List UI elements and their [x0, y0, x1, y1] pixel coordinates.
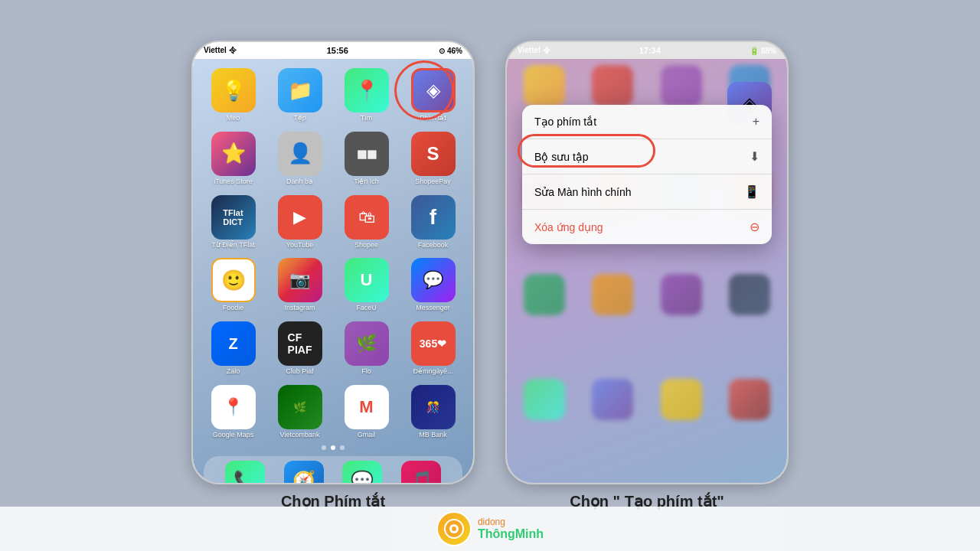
facebook-icon[interactable]: f — [411, 195, 456, 240]
app-tim[interactable]: 📍 Tìm — [334, 65, 399, 126]
messenger-icon[interactable]: 💬 — [411, 258, 456, 302]
gmail-label: Gmail — [358, 431, 376, 439]
vietcombank-label: Vietcombank — [280, 431, 320, 439]
phimtat-label: Phím tắt — [420, 114, 446, 122]
mbbank-icon[interactable]: 🎊 — [411, 385, 456, 429]
app-shopeepay[interactable]: S ShopeePay — [400, 129, 466, 189]
blur-icon-3 — [661, 65, 702, 106]
gmail-icon[interactable]: M — [345, 385, 389, 429]
right-carrier: Viettel 令 — [518, 45, 550, 56]
menu-collection[interactable]: Bộ sưu tập ⬇ — [522, 139, 772, 174]
zalo-icon[interactable]: Z — [211, 321, 256, 366]
app-tep[interactable]: 📁 Tệp — [267, 65, 332, 126]
logo-bottom-second: Minh — [515, 527, 544, 540]
dock-phone[interactable]: 📞 — [225, 461, 265, 484]
app-clubpiaf[interactable]: CFPIAF Club Piaf — [267, 318, 332, 379]
dot-1 — [322, 445, 326, 450]
zalo-label: Zalo — [227, 367, 240, 376]
app-faceu[interactable]: U FaceU — [334, 255, 399, 315]
flo-label: Flo — [361, 367, 371, 376]
tudien-icon[interactable]: TFlatDICT — [211, 195, 256, 240]
app-grid: 💡 Meo 📁 Tệp 📍 Tìm ◈ Phím tắt — [198, 65, 469, 442]
dock-messages[interactable]: 💬 — [342, 461, 382, 484]
itunes-icon[interactable]: ⭐ — [211, 132, 256, 176]
phimtat-icon[interactable]: ◈ — [411, 68, 456, 112]
left-carrier: Viettel 令 — [204, 45, 237, 56]
right-phone-section: Viettel 令 17:34 🔋 88% — [505, 41, 789, 510]
app-googlemaps[interactable]: 📍 Google Maps — [201, 382, 266, 442]
app-messenger[interactable]: 💬 Messenger — [400, 255, 466, 315]
flo-icon[interactable]: 🌿 — [345, 321, 389, 366]
app-demngay[interactable]: 365❤ Đếmngàyê... — [400, 318, 466, 379]
vietcombank-icon[interactable]: 🌿 — [278, 385, 322, 429]
tep-icon[interactable]: 📁 — [278, 68, 322, 112]
tim-icon[interactable]: 📍 — [345, 68, 389, 112]
logo-icon — [436, 511, 472, 546]
app-instagram[interactable]: 📷 Instagram — [267, 255, 332, 315]
dock-music[interactable]: 🎵 — [401, 461, 441, 484]
app-tienich[interactable]: ▦▦ Tiện ích — [334, 129, 399, 189]
tep-label: Tệp — [293, 114, 306, 122]
clubpiaf-icon[interactable]: CFPIAF — [278, 321, 322, 366]
meo-icon[interactable]: 💡 — [211, 68, 256, 112]
app-itunes[interactable]: ⭐ iTunes Store — [201, 129, 266, 189]
app-meo[interactable]: 💡 Meo — [201, 65, 266, 126]
faceu-icon[interactable]: U — [345, 258, 389, 302]
instagram-icon[interactable]: 📷 — [278, 258, 322, 302]
danhba-label: Danh bạ — [286, 178, 313, 186]
app-mbbank[interactable]: 🎊 MB Bank — [400, 382, 466, 442]
right-battery: 🔋 88% — [750, 47, 776, 55]
clubpiaf-label: Club Piaf — [286, 367, 314, 376]
shopeepay-icon[interactable]: S — [411, 132, 456, 176]
create-shortcut-icon: + — [753, 115, 760, 129]
left-home-screen: 💡 Meo 📁 Tệp 📍 Tìm ◈ Phím tắt — [193, 59, 473, 483]
bottom-bar: didong ThôngMinh — [0, 507, 980, 551]
blur-icon-13 — [524, 379, 565, 420]
right-time: 17:34 — [639, 46, 661, 55]
danhba-icon[interactable]: 👤 — [278, 132, 322, 176]
app-shopee[interactable]: 🛍 Shopee — [334, 192, 399, 253]
demngay-label: Đếmngàyê... — [413, 367, 452, 376]
blur-icon-14 — [592, 379, 633, 420]
app-youtube[interactable]: ▶ YouTube — [267, 192, 332, 253]
delete-app-icon: ⊖ — [750, 220, 760, 234]
app-facebook[interactable]: f Facebook — [400, 192, 466, 253]
logo-svg — [443, 518, 465, 540]
app-flo[interactable]: 🌿 Flo — [334, 318, 399, 379]
app-foodie[interactable]: 🙂 Foodie — [201, 255, 266, 315]
logo-text: didong ThôngMinh — [478, 517, 544, 541]
app-danhba[interactable]: 👤 Danh bạ — [267, 129, 332, 189]
youtube-label: YouTube — [286, 241, 313, 249]
demngay-icon[interactable]: 365❤ — [411, 321, 456, 366]
dock-safari[interactable]: 🧭 — [284, 461, 324, 484]
left-phone-frame: Viettel 令 15:56 ⊙ 46% 💡 Meo 📁 — [191, 41, 475, 484]
foodie-icon[interactable]: 🙂 — [211, 258, 256, 302]
dot-2 — [331, 445, 335, 450]
menu-edit-homescreen[interactable]: Sửa Màn hình chính 📱 — [522, 174, 772, 210]
menu-delete-app[interactable]: Xóa ứng dụng ⊖ — [522, 210, 772, 244]
left-battery: ⊙ 46% — [439, 47, 462, 55]
shopeepay-label: ShopeePay — [415, 178, 451, 186]
app-phimtat[interactable]: ◈ Phím tắt — [400, 65, 466, 126]
googlemaps-icon[interactable]: 📍 — [211, 385, 256, 429]
app-gmail[interactable]: M Gmail — [334, 382, 399, 442]
app-tudien[interactable]: TFlatDICT Từ Điển TFlat — [201, 192, 266, 253]
dot-3 — [340, 445, 345, 450]
blur-icon-16 — [729, 379, 770, 420]
left-phone-section: Viettel 令 15:56 ⊙ 46% 💡 Meo 📁 — [191, 41, 475, 510]
collection-label: Bộ sưu tập — [534, 151, 589, 163]
facebook-label: Facebook — [418, 241, 449, 249]
menu-create-shortcut[interactable]: Tạo phím tắt + — [522, 105, 772, 139]
app-vietcombank[interactable]: 🌿 Vietcombank — [267, 382, 332, 442]
shopee-icon[interactable]: 🛍 — [345, 195, 389, 240]
create-shortcut-label: Tạo phím tắt — [534, 116, 596, 128]
logo-bottom-text: ThôngMinh — [478, 527, 544, 541]
messenger-label: Messenger — [416, 304, 450, 312]
collection-icon: ⬇ — [750, 149, 760, 164]
tienich-icon[interactable]: ▦▦ — [345, 132, 389, 176]
delete-app-label: Xóa ứng dụng — [534, 221, 603, 233]
page-dots — [198, 442, 469, 453]
battery-icon: ⊙ — [439, 47, 445, 55]
app-zalo[interactable]: Z Zalo — [201, 318, 266, 379]
youtube-icon[interactable]: ▶ — [278, 195, 322, 240]
